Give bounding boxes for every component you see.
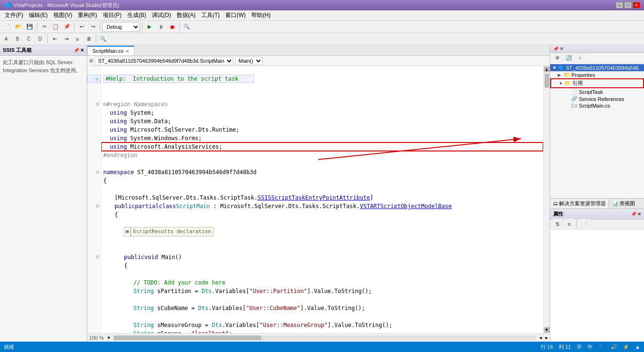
toolbar-search[interactable]: 🔍 [182, 22, 192, 32]
sep3 [100, 23, 100, 31]
tab-close-icon[interactable]: ✕ [125, 49, 129, 54]
class-selector[interactable]: ST_4038a8110570463994b546d9f7d48b3d.Scri… [95, 57, 233, 65]
toolbar-redo[interactable]: ↪ [88, 22, 98, 32]
code-line-blank11 [101, 312, 543, 321]
tree-references[interactable]: ▼ 📁 引用 [550, 78, 644, 88]
toolbar-paste[interactable]: 📌 [62, 22, 72, 32]
props-sort-icon[interactable]: ⇅ [552, 219, 562, 229]
sol-props-btn[interactable]: ⚙ [552, 53, 562, 63]
status-more: ▲ [635, 344, 640, 350]
sep4 [142, 23, 142, 31]
code-line-using-dts: using Microsoft.SqlServer.Dts.Runtime; [101, 126, 543, 134]
tb2-btn5[interactable]: ⇤ [50, 34, 60, 44]
props-pin-icon[interactable]: 📌 [631, 211, 636, 217]
properties-title: 属性 [553, 210, 563, 218]
scripttask-icon: 📄 [571, 89, 578, 95]
toolbar-run[interactable]: ▶ [144, 22, 155, 32]
class-view-label: 类视图 [619, 200, 635, 207]
zoom-level: 100 % [87, 335, 106, 341]
menu-window[interactable]: 窗口(W) [223, 10, 248, 20]
code-line-scubename: String sCubeName = Dts.Variables["User::… [101, 304, 543, 312]
close-button[interactable]: ✕ [633, 2, 640, 8]
menu-view[interactable]: 视图(V) [50, 10, 75, 20]
toolbar-open[interactable]: 📂 [13, 22, 24, 32]
menu-refactor[interactable]: 重构(R) [75, 10, 100, 20]
menu-help[interactable]: 帮助(H) [248, 10, 273, 20]
props-categorize-icon[interactable]: ≡ [564, 219, 574, 229]
code-line-namespace: namespace ST_4038a8110570463994b546d9f7d… [101, 168, 543, 176]
tree-scripttask-ref[interactable]: 📄 ScriptTask [550, 88, 644, 95]
code-line-blank9 [101, 270, 543, 278]
code-body[interactable]: #Help: Introduction to the script task ⊟… [101, 66, 543, 333]
tab-class-view[interactable]: 📊 类视图 [609, 199, 638, 208]
toolbar-undo[interactable]: ↩ [76, 22, 87, 32]
tb2-btn2[interactable]: B [12, 34, 23, 44]
scroll-left-btn[interactable]: ◄ [537, 335, 544, 340]
tree-service-references[interactable]: 🔗 Service References [550, 95, 644, 102]
tree-scriptmain-cs[interactable]: C# ScriptMain.cs [550, 102, 644, 109]
code-line-using-forms: using System.Windows.Forms; [101, 134, 543, 142]
tb2-btn1[interactable]: A [1, 34, 11, 44]
service-ref-icon: 🔗 [571, 96, 578, 102]
props-extra1[interactable]: 📄 [579, 219, 590, 229]
right-panel: 📌 ✕ ⚙ 🔄 ↕ ▼ 🔷 ST_4038a8110570463994b546 [550, 45, 644, 342]
breadcrumb-expand[interactable]: ⊞ [89, 58, 93, 63]
toolbar-cut[interactable]: ✂ [39, 22, 50, 32]
tree-arrow-properties: ▶ [558, 73, 562, 77]
menu-tools[interactable]: 工具(T) [198, 10, 223, 20]
toolbox-close-icon[interactable]: ✕ [80, 48, 84, 53]
zoom-dropdown-icon[interactable]: ▼ [106, 335, 112, 340]
tree-root-icon: ▼ [552, 65, 557, 70]
menu-project[interactable]: 项目(P) [100, 10, 124, 20]
menu-build[interactable]: 生成(B) [124, 10, 149, 20]
code-line-class: public partial class ScriptMain : Micros… [101, 202, 543, 210]
tree-root[interactable]: ▼ 🔷 ST_4038a8110570463994b546 [550, 64, 644, 71]
toolbar-save[interactable]: 💾 [25, 22, 35, 32]
bottom-scroll-thumb[interactable] [114, 335, 261, 340]
config-dropdown[interactable]: Debug [102, 22, 140, 32]
code-line-main-method: public void Main() [101, 253, 543, 261]
tb2-btn7[interactable]: ≡ [72, 34, 83, 44]
tree-arrow-refs: ▼ [559, 81, 563, 86]
method-selector[interactable]: Main() [235, 57, 263, 65]
tb2-btn4[interactable]: D [35, 34, 45, 44]
code-line-blank10 [101, 295, 543, 304]
menu-data[interactable]: 数据(A) [174, 10, 198, 20]
sol-pin-icon[interactable]: 📌 [553, 46, 559, 51]
tb2-btn6[interactable]: ⇥ [61, 34, 71, 44]
scroll-right-btn[interactable]: ► [544, 335, 550, 340]
tab-scriptmain-label: ScriptMain.cs [92, 48, 124, 54]
cs-file-icon: C# [571, 103, 578, 109]
code-line-using-system: using System; [101, 109, 543, 117]
tree-scripttask-label: ScriptTask [579, 89, 603, 95]
editor-scrollbar-right[interactable]: ▲ ▼ [543, 66, 550, 333]
tree-properties[interactable]: ▶ 📁 Properties [550, 71, 644, 78]
bottom-scroll-track[interactable] [114, 335, 536, 340]
tb2-btn3[interactable]: C [24, 34, 34, 44]
menu-file[interactable]: 文件(F) [2, 10, 26, 20]
code-line-smeasuregroup: String sMeasureGroup = Dts.Variables["Us… [101, 321, 543, 329]
sol-collapse-btn[interactable]: ↕ [575, 53, 585, 63]
tb2-search[interactable]: 🔍 [98, 34, 108, 44]
code-line-blank5 [101, 185, 543, 193]
maximize-button[interactable]: □ [624, 2, 632, 8]
menu-edit[interactable]: 编辑(E) [26, 10, 50, 20]
sep5 [179, 23, 180, 31]
sol-close-icon[interactable]: ✕ [560, 46, 563, 51]
props-close-icon[interactable]: ✕ [637, 211, 641, 217]
sol-refresh-btn[interactable]: 🔄 [563, 53, 574, 63]
toolbox-pin-icon[interactable]: 📌 [74, 48, 79, 53]
tab-solution-explorer[interactable]: 🗂 解决方案资源管理器 [550, 199, 609, 208]
code-line-sserver: String sServer = "localhost"; [101, 329, 543, 333]
properties-folder-icon: 📁 [563, 72, 570, 78]
toolbar-stop[interactable]: ⏹ [167, 22, 177, 32]
toolbar-secondary: A B C D ⇤ ⇥ ≡ ≣ 🔍 [0, 33, 644, 45]
menu-debug[interactable]: 调试(D) [149, 10, 174, 20]
tb2-btn8[interactable]: ≣ [83, 34, 94, 44]
toolbar-pause[interactable]: ⏸ [156, 22, 166, 32]
toolbar-new[interactable]: 📄 [2, 22, 12, 32]
sep2 [74, 23, 74, 31]
tab-scriptmain[interactable]: ScriptMain.cs ✕ [87, 46, 134, 55]
toolbar-copy[interactable]: 📋 [50, 22, 61, 32]
minimize-button[interactable]: ─ [616, 2, 623, 8]
